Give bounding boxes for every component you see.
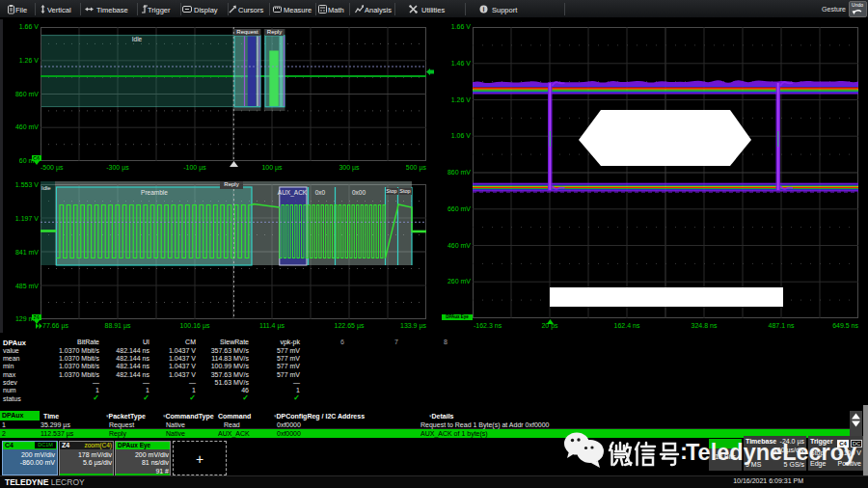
svg-text:i: i: [483, 6, 485, 13]
